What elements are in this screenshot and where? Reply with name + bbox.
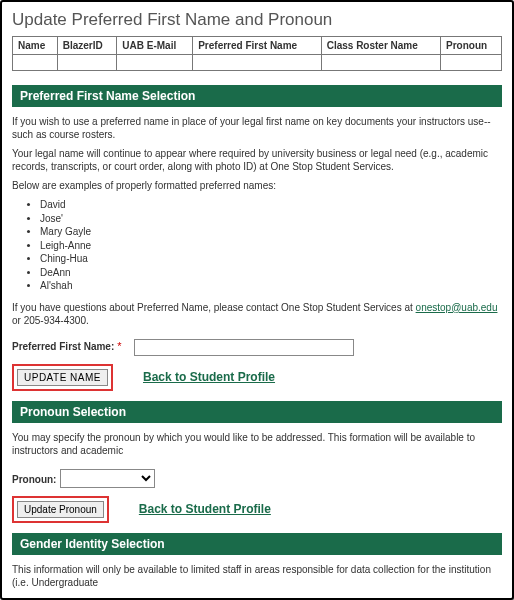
update-pronoun-button[interactable]: Update Pronoun	[17, 501, 104, 518]
back-link-1[interactable]: Back to Student Profile	[143, 370, 275, 384]
page-title: Update Preferred First Name and Pronoun	[12, 10, 502, 30]
section-gender-header: Gender Identity Selection	[12, 533, 502, 555]
pronoun-desc: You may specify the pronoun by which you…	[12, 431, 502, 457]
list-item: Mary Gayle	[40, 225, 502, 239]
section-pronoun-header: Pronoun Selection	[12, 401, 502, 423]
info-table: Name BlazerID UAB E-Mail Preferred First…	[12, 36, 502, 71]
examples-list: David Jose' Mary Gayle Leigh-Anne Ching-…	[40, 198, 502, 293]
update-pronoun-highlight: Update Pronoun	[12, 496, 109, 523]
preferred-desc-1: If you wish to use a preferred name in p…	[12, 115, 502, 141]
th-blazerid: BlazerID	[57, 37, 117, 55]
update-name-highlight: UPDATE NAME	[12, 364, 113, 391]
list-item: DeAnn	[40, 266, 502, 280]
contact-email-link[interactable]: onestop@uab.edu	[416, 302, 498, 313]
pronoun-select[interactable]	[60, 469, 155, 488]
list-item: David	[40, 198, 502, 212]
preferred-name-input[interactable]	[134, 339, 354, 356]
list-item: Leigh-Anne	[40, 239, 502, 253]
th-email: UAB E-Mail	[117, 37, 193, 55]
required-marker: *	[117, 340, 121, 352]
preferred-desc-3: Below are examples of properly formatted…	[12, 179, 502, 192]
preferred-desc-2: Your legal name will continue to appear …	[12, 147, 502, 173]
th-name: Name	[13, 37, 58, 55]
preferred-name-label: Preferred First Name:	[12, 341, 114, 352]
back-link-2[interactable]: Back to Student Profile	[139, 502, 271, 516]
pronoun-label: Pronoun:	[12, 473, 56, 484]
gender-desc: This information will only be available …	[12, 563, 502, 589]
list-item: Ching-Hua	[40, 252, 502, 266]
table-row	[13, 55, 502, 71]
update-name-button[interactable]: UPDATE NAME	[17, 369, 108, 386]
preferred-contact: If you have questions about Preferred Na…	[12, 301, 502, 327]
section-preferred-name-header: Preferred First Name Selection	[12, 85, 502, 107]
th-preferred: Preferred First Name	[193, 37, 321, 55]
list-item: Jose'	[40, 212, 502, 226]
th-pronoun: Pronoun	[441, 37, 502, 55]
th-roster: Class Roster Name	[321, 37, 440, 55]
list-item: Al'shah	[40, 279, 502, 293]
